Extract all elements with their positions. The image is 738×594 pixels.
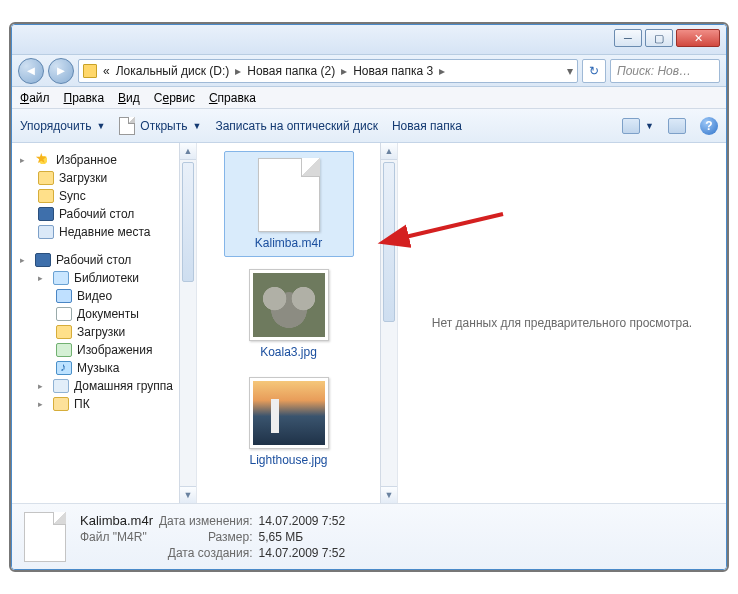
sidebar-pc[interactable]: ▸ПК <box>20 395 175 413</box>
music-icon <box>56 361 72 375</box>
desktop-icon <box>38 207 54 221</box>
scroll-down-icon[interactable]: ▼ <box>381 486 397 503</box>
details-filename: Kalimba.m4r <box>80 513 153 528</box>
filelist-scrollbar[interactable]: ▲ ▼ <box>380 143 397 503</box>
details-created-value: 14.07.2009 7:52 <box>258 546 345 560</box>
file-item-lighthouse[interactable]: Lighthouse.jpg <box>224 371 354 473</box>
view-icon <box>622 118 640 134</box>
toolbar: Упорядочить▼ Открыть▼ Записать на оптиче… <box>12 109 726 143</box>
file-label: Lighthouse.jpg <box>249 453 327 467</box>
details-created-label: Дата создания: <box>159 546 253 560</box>
scroll-up-icon[interactable]: ▲ <box>180 143 196 160</box>
details-pane: Kalimba.m4r Дата изменения: 14.07.2009 7… <box>12 503 726 569</box>
document-icon <box>258 158 320 232</box>
recent-icon <box>38 225 54 239</box>
pc-icon <box>53 397 69 411</box>
document-icon <box>56 307 72 321</box>
menu-help[interactable]: Справка <box>209 91 256 105</box>
details-size-label: Размер: <box>159 530 253 544</box>
back-button[interactable]: ◄ <box>18 58 44 84</box>
image-thumbnail <box>249 377 329 449</box>
chevron-right-icon[interactable]: ▸ <box>235 64 241 78</box>
sidebar-favorites[interactable]: ▸Избранное <box>20 151 175 169</box>
file-label: Kalimba.m4r <box>255 236 322 250</box>
menu-tools[interactable]: Сервис <box>154 91 195 105</box>
details-filetype: Файл "M4R" <box>80 530 153 544</box>
details-size-value: 5,65 МБ <box>258 530 345 544</box>
sidebar-desktop-root[interactable]: ▸Рабочий стол <box>20 251 175 269</box>
chevron-right-icon[interactable]: ▸ <box>439 64 445 78</box>
sidebar-downloads[interactable]: Загрузки <box>20 169 175 187</box>
sidebar-pictures[interactable]: Изображения <box>20 341 175 359</box>
minimize-button[interactable]: ─ <box>614 29 642 47</box>
chevron-right-icon[interactable]: ▸ <box>341 64 347 78</box>
scrollbar-thumb[interactable] <box>182 162 194 282</box>
forward-button[interactable]: ► <box>48 58 74 84</box>
sidebar-desktop[interactable]: Рабочий стол <box>20 205 175 223</box>
preview-empty-text: Нет данных для предварительного просмотр… <box>432 316 692 330</box>
breadcrumb-0[interactable]: Локальный диск (D:) <box>116 64 230 78</box>
scroll-down-icon[interactable]: ▼ <box>180 486 196 503</box>
file-list: Kalimba.m4r Koala3.jpg Lighthouse.jpg ▲ <box>197 143 397 503</box>
title-bar: ─ ▢ ✕ <box>12 25 726 55</box>
address-bar[interactable]: « Локальный диск (D:) ▸ Новая папка (2) … <box>78 59 578 83</box>
file-label: Koala3.jpg <box>260 345 317 359</box>
refresh-button[interactable]: ↻ <box>582 59 606 83</box>
navigation-pane: ▸Избранное Загрузки Sync Рабочий стол Не… <box>12 143 197 503</box>
close-button[interactable]: ✕ <box>676 29 720 47</box>
sidebar-downloads2[interactable]: Загрузки <box>20 323 175 341</box>
menu-view[interactable]: Вид <box>118 91 140 105</box>
sidebar-recent[interactable]: Недавние места <box>20 223 175 241</box>
folder-icon <box>38 189 54 203</box>
menu-edit[interactable]: Правка <box>64 91 105 105</box>
details-thumbnail <box>24 512 66 562</box>
menu-file[interactable]: ФФайлайл <box>20 91 50 105</box>
menu-bar: ФФайлайл Правка Вид Сервис Справка <box>12 87 726 109</box>
sidebar-sync[interactable]: Sync <box>20 187 175 205</box>
folder-icon <box>38 171 54 185</box>
view-options-button[interactable]: ▼ <box>622 118 654 134</box>
new-folder-button[interactable]: Новая папка <box>392 119 462 133</box>
details-modified-label: Дата изменения: <box>159 514 253 528</box>
sidebar-libraries[interactable]: ▸Библиотеки <box>20 269 175 287</box>
libraries-icon <box>53 271 69 285</box>
image-thumbnail <box>249 269 329 341</box>
burn-button[interactable]: Записать на оптический диск <box>215 119 378 133</box>
scrollbar-thumb[interactable] <box>383 162 395 322</box>
explorer-window: ─ ▢ ✕ ◄ ► « Локальный диск (D:) ▸ Новая … <box>11 24 727 570</box>
desktop-icon <box>35 253 51 267</box>
sidebar-documents[interactable]: Документы <box>20 305 175 323</box>
scroll-up-icon[interactable]: ▲ <box>381 143 397 160</box>
search-input[interactable]: Поиск: Нов… <box>610 59 720 83</box>
breadcrumb-prefix: « <box>103 64 110 78</box>
sidebar-music[interactable]: Музыка <box>20 359 175 377</box>
nav-bar: ◄ ► « Локальный диск (D:) ▸ Новая папка … <box>12 55 726 87</box>
details-modified-value: 14.07.2009 7:52 <box>258 514 345 528</box>
maximize-button[interactable]: ▢ <box>645 29 673 47</box>
breadcrumb-2[interactable]: Новая папка 3 <box>353 64 433 78</box>
homegroup-icon <box>53 379 69 393</box>
pictures-icon <box>56 343 72 357</box>
star-icon <box>35 153 51 167</box>
open-button[interactable]: Открыть▼ <box>119 117 201 135</box>
sidebar-homegroup[interactable]: ▸Домашняя группа <box>20 377 175 395</box>
file-item-kalimba[interactable]: Kalimba.m4r <box>224 151 354 257</box>
folder-icon <box>83 64 97 78</box>
preview-pane: Нет данных для предварительного просмотр… <box>397 143 726 503</box>
sidebar-scrollbar[interactable]: ▲ ▼ <box>179 143 196 503</box>
organize-button[interactable]: Упорядочить▼ <box>20 119 105 133</box>
breadcrumb-1[interactable]: Новая папка (2) <box>247 64 335 78</box>
document-icon <box>119 117 135 135</box>
preview-pane-button[interactable] <box>668 118 686 134</box>
file-item-koala[interactable]: Koala3.jpg <box>224 263 354 365</box>
video-icon <box>56 289 72 303</box>
content-area: ▸Избранное Загрузки Sync Рабочий стол Не… <box>12 143 726 503</box>
sidebar-videos[interactable]: Видео <box>20 287 175 305</box>
chevron-down-icon[interactable]: ▾ <box>567 64 573 78</box>
folder-icon <box>56 325 72 339</box>
help-button[interactable]: ? <box>700 117 718 135</box>
